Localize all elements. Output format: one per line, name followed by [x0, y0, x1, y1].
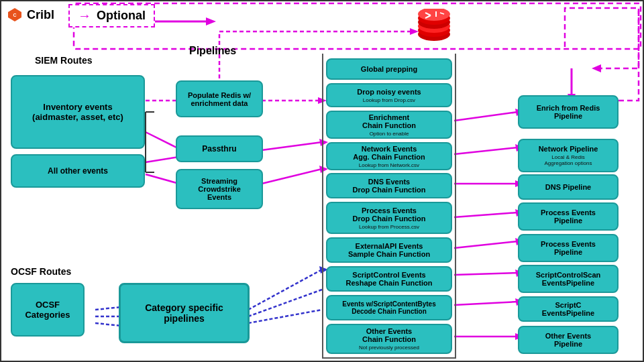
cribl-label: Cribl: [27, 8, 54, 22]
svg-marker-3: [592, 64, 601, 72]
svg-rect-0: [74, 3, 641, 49]
events-decode-box: Events w/ScriptContentBytesDecode Chain …: [326, 295, 452, 320]
logo-area: C Cribl: [7, 7, 54, 23]
redis-icon: [414, 7, 454, 47]
populate-redis-box: Populate Redis w/enrichment data: [176, 80, 263, 117]
svg-line-45: [248, 310, 322, 323]
global-prepping-box: Global prepping: [326, 58, 452, 80]
svg-line-42: [248, 269, 322, 310]
scriptcontrolscan-box: ScriptControlScanEventsPipeline: [518, 265, 619, 293]
scriptc-box: ScriptCEventsPipeline: [518, 296, 619, 322]
dns-pipeline-box: DNS Pipeline: [518, 174, 619, 200]
svg-line-18: [262, 169, 322, 184]
process-events-pipeline1-box: Process EventsPipeline: [518, 202, 619, 231]
svg-line-30: [454, 273, 518, 275]
svg-line-8: [146, 132, 179, 149]
other-events-chain-box: Other EventsChain Function Not previousl…: [326, 324, 452, 354]
ocsf-categories-box: OCSFCategories: [11, 283, 85, 337]
svg-line-44: [248, 290, 322, 316]
process-drop-box: Process EventsDrop Chain Function Lookup…: [326, 202, 452, 234]
drop-noisy-box: Drop noisy events Lookup from Drop.csv: [326, 83, 452, 107]
cribl-icon: C: [7, 7, 23, 23]
enrichment-chain-box: EnrichmentChain Function Option to enabl…: [326, 111, 452, 139]
inventory-events-box: Inventory events(aidmaster, asset, etc): [11, 75, 145, 149]
svg-line-32: [454, 302, 518, 305]
all-other-events-box: All other events: [11, 154, 145, 188]
category-specific-pipelines-box: Category specificpipelines: [119, 283, 250, 343]
svg-line-11: [146, 174, 179, 184]
externalapi-sample-box: ExternalAPI EventsSample Chain Function: [326, 237, 452, 263]
svg-marker-2: [206, 17, 216, 25]
other-events-pipeline-box: Other EventsPipeline: [518, 326, 619, 354]
network-agg-box: Network EventsAgg. Chain Function Lookup…: [326, 142, 452, 170]
svg-line-26: [454, 213, 518, 217]
streaming-box: StreamingCrowdstrikeEvents: [176, 169, 263, 209]
svg-line-22: [454, 147, 518, 154]
optional-label: Optional: [97, 9, 146, 23]
svg-line-10: [146, 157, 179, 162]
siem-routes-label: SIEM Routes: [35, 55, 93, 66]
passthru-box: Passthru: [176, 135, 263, 162]
svg-line-28: [454, 241, 518, 248]
ocsf-routes-label: OCSF Routes: [11, 266, 71, 277]
pipelines-label: Pipelines: [189, 45, 236, 57]
main-diagram: C Cribl → Optional SIEM Routes Inventory: [0, 0, 644, 362]
optional-arrow-icon: →: [78, 8, 91, 23]
redis-svg: [416, 9, 453, 46]
dns-drop-box: DNS EventsDrop Chain Function: [326, 173, 452, 198]
optional-badge: → Optional: [68, 4, 155, 27]
network-pipeline-box: Network Pipeline Local & RedisAggregatio…: [518, 139, 619, 172]
svg-line-16: [262, 142, 322, 150]
svg-text:C: C: [13, 13, 16, 17]
svg-line-20: [454, 112, 518, 121]
process-events-pipeline2-box: Process EventsPipeline: [518, 234, 619, 262]
scriptcontrol-reshape-box: ScriptControl EventsReshape Chain Functi…: [326, 266, 452, 292]
enrich-redis-box: Enrich from RedisPipeline: [518, 95, 619, 129]
